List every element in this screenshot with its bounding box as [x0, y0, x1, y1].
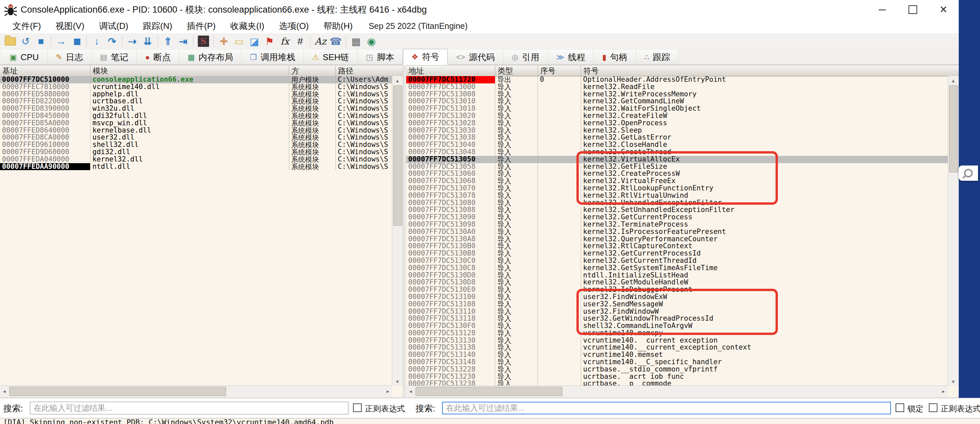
scylla-icon[interactable]: S [196, 34, 211, 49]
tab-log[interactable]: ✎日志 [48, 50, 92, 65]
tab-call-stack[interactable]: ❐调用堆栈 [242, 50, 304, 65]
symbol-row[interactable]: 00007FF7DC513070导入kernel32.RtlLookupFunc… [406, 185, 959, 192]
restart-icon[interactable]: ↺ [18, 34, 33, 49]
stop-icon[interactable]: ■ [33, 34, 49, 49]
scroll-up-icon[interactable]: ▴ [948, 76, 958, 85]
module-row[interactable]: 00007FFED8640000kernelbase.dll系统模块C:\Win… [0, 127, 403, 134]
module-row[interactable]: 00007FFED8CA0000user32.dll系统模块C:\Windows… [0, 134, 403, 141]
symbol-row[interactable]: 00007FF7DC513100导入user32.FindWindowExW [406, 294, 959, 301]
patch-icon[interactable]: ✚ [216, 34, 231, 49]
symbol-row[interactable]: 00007FF7DC513230导入ucrtbase.__acrt_iob_fu… [406, 373, 959, 381]
modules-col-party[interactable]: 方 [289, 65, 336, 76]
symbol-row[interactable]: 00007FF7DC5130A0导入kernel32.IsProcessorFe… [406, 228, 959, 236]
symbol-row[interactable]: 00007FF7DC513090导入kernel32.GetCurrentPro… [406, 214, 959, 221]
module-row[interactable]: 00007FFEDA040000kernel32.dll系统模块C:\Windo… [0, 156, 403, 163]
symbols-horizontal-scrollbar[interactable]: ◂ ▸ [406, 386, 948, 397]
module-row[interactable]: 00007FFED9D60000gdi32.dll系统模块C:\Windows\… [0, 149, 403, 156]
module-row[interactable]: 00007FFED85A0000msvcp_win.dll系统模块C:\Wind… [0, 120, 403, 127]
menu-trace[interactable]: 跟踪(N) [136, 19, 180, 33]
symbols-col-address[interactable]: 地址 [406, 65, 495, 76]
symbol-row[interactable]: 00007FF7DC513030导入kernel32.Sleep [406, 127, 959, 134]
run-icon[interactable]: → [54, 34, 69, 49]
step-into-icon[interactable]: ↓ [89, 34, 104, 49]
module-row[interactable]: 00007FFED8450000gdi32full.dll系统模块C:\Wind… [0, 112, 403, 120]
globe-icon[interactable]: ◉ [364, 34, 379, 49]
tab-handles[interactable]: ▮句柄 [594, 50, 636, 65]
intermodular-calls-icon[interactable]: ☎ [328, 34, 344, 49]
comment-icon[interactable]: ▭ [231, 34, 247, 49]
module-row[interactable]: 00007FFEC7810000vcruntime140.dll系统模块C:\W… [0, 83, 403, 91]
menu-plugins[interactable]: 插件(P) [180, 19, 223, 33]
symbol-row[interactable]: 00007FF7DC513140导入vcruntime140.memset [406, 351, 959, 359]
scroll-down-icon[interactable]: ▾ [392, 377, 402, 386]
maximize-button[interactable] [897, 0, 928, 19]
floating-search-button[interactable] [959, 165, 978, 181]
symbol-row[interactable]: 00007FF7DC5130F0导入shell32.CommandLineToA… [406, 322, 959, 330]
module-row[interactable]: 00007FFEDAA90000ntdll.dll系统模块C:\Windows\… [0, 163, 403, 170]
symbol-row[interactable]: 00007FF7DC5130B0导入kernel32.RtlCaptureCon… [406, 243, 959, 250]
symbol-row[interactable]: 00007FF7DC513128导入vcruntime140.memcpy [406, 330, 959, 337]
symbol-row[interactable]: 00007FF7DC513080导入kernel32.UnhandledExce… [406, 199, 959, 207]
run-to-user-code-icon[interactable]: ⇢ [125, 34, 140, 49]
modules-regex-checkbox[interactable] [353, 403, 362, 412]
symbols-search-input[interactable]: 在此输入可过滤结果... [442, 402, 891, 414]
menu-help[interactable]: 帮助(H) [316, 19, 360, 33]
tab-source[interactable]: <>源代码 [448, 50, 503, 65]
modules-hscroll-thumb[interactable] [9, 387, 226, 396]
symbols-hscroll-thumb[interactable] [415, 387, 562, 396]
symbol-row[interactable]: 00007FF7DC513108导入user32.SendMessageW [406, 301, 959, 308]
tab-notes[interactable]: ▤笔记 [92, 50, 137, 65]
modules-col-path[interactable]: 路径 [336, 65, 403, 76]
symbol-row[interactable]: 00007FF7DC513238导入ucrtbase.__p__commode [406, 380, 959, 386]
symbols-col-type[interactable]: 类型 [495, 65, 538, 76]
minimize-button[interactable]: ─ [867, 0, 897, 19]
symbol-row[interactable]: 00007FF7DC5130D0导入ntdll.InitializeSListH… [406, 272, 959, 279]
menu-favourites[interactable]: 收藏夹(I) [223, 19, 272, 33]
symbol-row[interactable]: 00007FF7DC5130B8导入kernel32.GetCurrentPro… [406, 250, 959, 257]
module-row[interactable]: 00007FF7DC510000consoleapplication66.exe… [0, 76, 403, 83]
run-to-user-module-icon[interactable]: ⇥ [175, 34, 191, 49]
symbol-row[interactable]: 00007FF7DC5130D8导入kernel32.GetModuleHand… [406, 279, 959, 286]
symbol-row[interactable]: 00007FF7DC5130C8导入kernel32.GetSystemTime… [406, 265, 959, 272]
function-icon[interactable]: fx [277, 34, 293, 49]
symbols-col-ordinal[interactable]: 序号 [538, 65, 581, 76]
menu-view[interactable]: 视图(V) [48, 19, 92, 33]
tab-symbols[interactable]: ❖符号 [403, 49, 448, 65]
close-button[interactable]: × [928, 0, 959, 19]
module-row[interactable]: 00007FFED8390000win32u.dll系统模块C:\Windows… [0, 105, 403, 112]
modules-search-input[interactable]: 在此输入可过滤结果... [30, 402, 348, 414]
symbol-row[interactable]: 00007FF7DC513130导入vcruntime140.__current… [406, 337, 959, 344]
symbol-row[interactable]: 00007FF7DC513048导入kernel32.CreateThread [406, 149, 959, 156]
scroll-left-icon[interactable]: ◂ [406, 386, 415, 397]
bookmark-icon[interactable]: ⚑ [262, 34, 277, 49]
tab-seh[interactable]: ⚠SEH链 [304, 50, 358, 65]
symbol-row[interactable]: 00007FF7DC5130A8导入kernel32.QueryPerforma… [406, 236, 959, 243]
tab-memory-map[interactable]: ▦内存布局 [180, 50, 242, 65]
modules-col-module[interactable]: 模块 [91, 65, 289, 76]
tab-script[interactable]: ◳脚本 [358, 50, 403, 65]
strings-icon[interactable]: Az [313, 34, 328, 49]
symbol-row[interactable]: 00007FF7DC511720导出0OptionalHeader.Addres… [406, 76, 959, 83]
tab-cpu[interactable]: ▣CPU [1, 50, 48, 65]
tab-references[interactable]: ◎引用 [503, 50, 548, 65]
symbol-row[interactable]: 00007FF7DC513078导入kernel32.RtlVirtualUnw… [406, 192, 959, 199]
symbol-row[interactable]: 00007FF7DC513000导入kernel32.ReadFile [406, 83, 959, 91]
symbol-row[interactable]: 00007FF7DC513068导入kernel32.VirtualFreeEx [406, 178, 959, 185]
lock-checkbox[interactable] [896, 403, 904, 412]
symbol-row[interactable]: 00007FF7DC513228导入ucrtbase.__stdio_commo… [406, 366, 959, 373]
calculator-icon[interactable]: ▦ [348, 34, 364, 49]
execute-till-return-icon[interactable]: ⇊ [140, 34, 155, 49]
modules-vscroll-thumb[interactable] [393, 86, 402, 225]
symbol-row[interactable]: 00007FF7DC513118导入user32.GetWindowThread… [406, 315, 959, 322]
symbol-row[interactable]: 00007FF7DC513008导入kernel32.WriteProcessM… [406, 91, 959, 98]
symbol-row[interactable]: 00007FF7DC513020导入kernel32.CreateFileW [406, 112, 959, 120]
symbol-row[interactable]: 00007FF7DC513058导入kernel32.GetFileSize [406, 163, 959, 170]
scroll-right-icon[interactable]: ▸ [939, 386, 948, 397]
symbols-vscroll-thumb[interactable] [949, 86, 958, 173]
symbols-regex-checkbox[interactable] [929, 403, 937, 412]
symbol-row[interactable]: 00007FF7DC513088导入kernel32.SetUnhandledE… [406, 206, 959, 214]
symbol-row[interactable]: 00007FF7DC5130C0导入kernel32.GetCurrentThr… [406, 257, 959, 265]
tab-threads[interactable]: ≫线程 [548, 50, 594, 65]
step-out-icon[interactable]: ⇑ [160, 34, 175, 49]
modules-col-base[interactable]: 基址 [0, 65, 91, 76]
